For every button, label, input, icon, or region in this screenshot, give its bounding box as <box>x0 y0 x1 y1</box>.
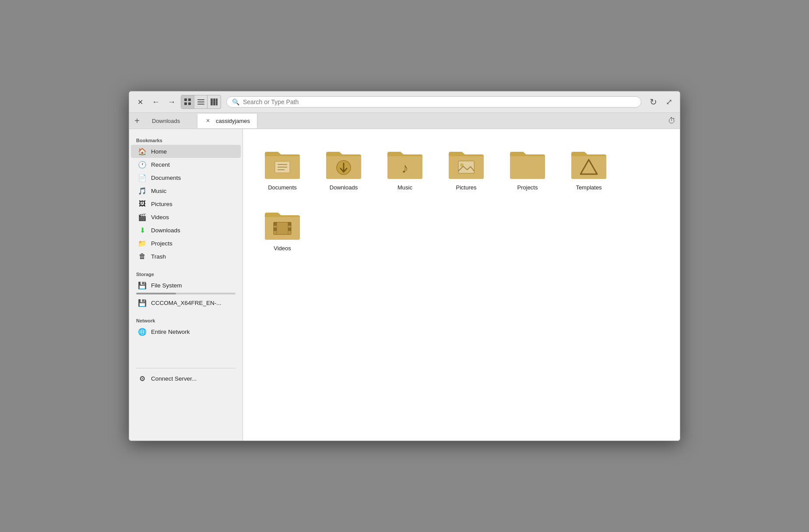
sidebar-item-home-label: Home <box>151 148 167 155</box>
file-label-videos: Videos <box>274 245 291 252</box>
sidebar-item-connect-server-label: Connect Server... <box>151 375 197 382</box>
folder-icon-projects <box>508 146 547 181</box>
svg-rect-22 <box>274 228 277 231</box>
sidebar-item-pictures[interactable]: 🖼 Pictures <box>131 197 241 210</box>
folder-icon-documents <box>263 146 302 181</box>
svg-rect-3 <box>188 102 191 105</box>
sidebar-item-documents[interactable]: 📄 Documents <box>131 171 241 184</box>
connect-server-icon: ⚙ <box>138 374 147 383</box>
file-label-downloads: Downloads <box>330 184 358 191</box>
file-item-downloads[interactable]: Downloads <box>317 142 370 194</box>
sidebar-item-recent-label: Recent <box>151 161 170 168</box>
svg-rect-1 <box>188 98 191 101</box>
folder-icon-videos <box>263 206 302 242</box>
music-icon: 🎵 <box>138 186 147 195</box>
tab-downloads-label: Downloads <box>152 118 190 124</box>
svg-rect-5 <box>197 102 204 102</box>
folder-icon-downloads <box>324 146 363 181</box>
sidebar-item-trash-label: Trash <box>151 253 166 260</box>
folder-icon-pictures <box>447 146 486 181</box>
home-icon: 🏠 <box>138 147 147 156</box>
folder-icon-music: ♪ <box>385 146 425 181</box>
file-label-projects: Projects <box>517 184 538 191</box>
svg-rect-23 <box>288 222 291 226</box>
file-item-projects[interactable]: Projects <box>501 142 554 194</box>
tab-history-button[interactable]: ⏱ <box>664 113 680 129</box>
svg-rect-7 <box>211 98 213 105</box>
tab-close-button[interactable]: ✕ <box>204 117 211 124</box>
sidebar-item-filesystem[interactable]: 💾 File System <box>131 279 241 292</box>
sidebar-item-music[interactable]: 🎵 Music <box>131 184 241 197</box>
svg-rect-24 <box>288 228 291 231</box>
tab-cassidyjames-label: cassidyjames <box>216 118 250 124</box>
svg-rect-8 <box>213 98 215 105</box>
expand-button[interactable]: ⤢ <box>662 95 675 108</box>
svg-rect-2 <box>184 102 187 105</box>
file-label-documents: Documents <box>268 184 297 191</box>
filesystem-icon: 💾 <box>138 281 147 290</box>
view-grid-button[interactable] <box>181 95 194 108</box>
sidebar-item-downloads[interactable]: ⬇ Downloads <box>131 224 241 237</box>
sidebar-item-usb-label: CCCOMA_X64FRE_EN-... <box>151 300 222 306</box>
toolbar: ✕ ← → <box>129 91 680 113</box>
sidebar-item-projects[interactable]: 📁 Projects <box>131 237 241 250</box>
close-button[interactable]: ✕ <box>134 95 147 108</box>
projects-icon: 📁 <box>138 239 147 248</box>
sidebar-item-projects-label: Projects <box>151 240 172 247</box>
list-icon <box>197 98 205 106</box>
grid-icon <box>184 98 192 106</box>
sidebar-item-downloads-label: Downloads <box>151 227 180 234</box>
sidebar-item-home[interactable]: 🏠 Home <box>131 145 241 158</box>
trash-icon: 🗑 <box>138 252 147 261</box>
sidebar-item-music-label: Music <box>151 188 166 194</box>
sidebar-item-videos[interactable]: 🎬 Videos <box>131 210 241 224</box>
sidebar-item-recent[interactable]: 🕐 Recent <box>131 158 241 171</box>
svg-rect-17 <box>458 161 474 173</box>
network-icon: 🌐 <box>138 327 147 336</box>
sidebar-item-network-label: Entire Network <box>151 329 190 335</box>
columns-icon <box>210 98 218 106</box>
svg-rect-0 <box>184 98 187 101</box>
file-item-videos[interactable]: Videos <box>256 203 309 255</box>
filesystem-progress-bar <box>136 293 236 294</box>
pictures-icon: 🖼 <box>138 200 147 208</box>
forward-button[interactable]: → <box>165 95 178 108</box>
file-label-music: Music <box>397 184 412 191</box>
file-item-documents[interactable]: Documents <box>256 142 309 194</box>
refresh-button[interactable]: ↻ <box>647 95 660 108</box>
view-toggle-group <box>181 95 221 109</box>
content-area: Bookmarks 🏠 Home 🕐 Recent 📄 Documents 🎵 … <box>129 129 680 441</box>
file-manager-window: ✕ ← → <box>129 91 680 441</box>
file-browser: Documents Downloads <box>243 129 680 441</box>
sidebar-item-connect-server[interactable]: ⚙ Connect Server... <box>131 372 241 385</box>
sidebar-item-trash[interactable]: 🗑 Trash <box>131 250 241 263</box>
svg-rect-4 <box>197 99 204 100</box>
folder-icon-templates <box>569 146 609 181</box>
recent-icon: 🕐 <box>138 160 147 169</box>
file-item-pictures[interactable]: Pictures <box>440 142 492 194</box>
usb-icon: 💾 <box>138 298 147 307</box>
file-label-templates: Templates <box>576 184 601 191</box>
downloads-icon: ⬇ <box>138 226 147 234</box>
sidebar-item-filesystem-label: File System <box>151 282 182 289</box>
search-bar: 🔍 <box>226 96 641 108</box>
svg-rect-9 <box>216 98 218 105</box>
search-icon: 🔍 <box>232 98 239 105</box>
new-tab-button[interactable]: + <box>129 113 145 129</box>
tab-cassidyjames[interactable]: ✕ cassidyjames <box>197 114 257 128</box>
sidebar-item-network[interactable]: 🌐 Entire Network <box>131 325 241 338</box>
file-item-templates[interactable]: Templates <box>563 142 615 194</box>
view-list-button[interactable] <box>194 95 208 108</box>
sidebar-item-videos-label: Videos <box>151 214 169 220</box>
file-item-music[interactable]: ♪ Music <box>379 142 431 194</box>
view-columns-button[interactable] <box>208 95 221 108</box>
file-label-pictures: Pictures <box>456 184 477 191</box>
sidebar-item-usb[interactable]: 💾 CCCOMA_X64FRE_EN-... <box>131 296 241 309</box>
videos-icon: 🎬 <box>138 213 147 221</box>
back-button[interactable]: ← <box>149 95 162 108</box>
network-section-label: Network <box>129 314 243 325</box>
filesystem-progress-fill <box>136 293 176 294</box>
svg-rect-6 <box>197 104 204 105</box>
search-input[interactable] <box>243 98 636 105</box>
tab-downloads[interactable]: Downloads <box>145 114 197 128</box>
